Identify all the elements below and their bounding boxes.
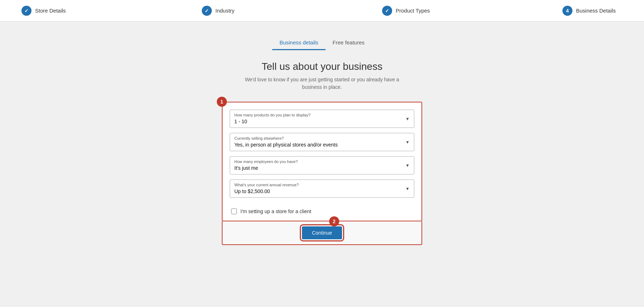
step-store-details-label: Store Details: [35, 8, 66, 14]
revenue-select[interactable]: What's your current annual revenue? Up t…: [230, 179, 414, 198]
progress-bar: ✓ Store Details ✓ Industry ✓ Product Typ…: [0, 0, 644, 21]
step-badge-2: 2: [329, 216, 339, 226]
selling-elsewhere-value: Yes, in person at physical stores and/or…: [234, 142, 338, 148]
title-section: Tell us about your business We'd love to…: [240, 61, 404, 91]
employees-select[interactable]: How many employees do you have? It's jus…: [230, 156, 414, 174]
step-business-details-icon: 4: [562, 6, 572, 16]
step-store-details-icon: ✓: [21, 6, 31, 16]
step-badge-1: 1: [217, 97, 227, 107]
step-product-types-icon: ✓: [382, 6, 392, 16]
step-industry-label: Industry: [215, 8, 234, 14]
employees-value: It's just me: [234, 165, 258, 171]
selling-elsewhere-select[interactable]: Currently selling elsewhere? Yes, in per…: [230, 133, 414, 151]
step-industry: ✓ Industry: [202, 6, 262, 16]
selling-elsewhere-label: Currently selling elsewhere?: [234, 136, 410, 140]
tab-free-features[interactable]: Free features: [326, 36, 372, 50]
step-product-types: ✓ Product Types: [382, 6, 442, 16]
employees-chevron-icon: ▼: [405, 163, 410, 168]
client-store-checkbox-group: I'm setting up a store for a client: [230, 203, 414, 221]
page-title: Tell us about your business: [240, 61, 404, 72]
step-business-details-label: Business Details: [576, 8, 616, 14]
form-container: 1 How many products do you plan to displ…: [222, 102, 422, 245]
main-content: Business details Free features Tell us a…: [0, 21, 644, 259]
products-count-select[interactable]: How many products do you plan to display…: [230, 110, 414, 128]
products-count-chevron-icon: ▼: [405, 116, 410, 121]
step-product-types-label: Product Types: [396, 8, 430, 14]
products-count-value: 1 - 10: [234, 119, 247, 124]
continue-section: 2 Continue: [222, 221, 422, 245]
employees-label: How many employees do you have?: [234, 159, 410, 164]
selling-elsewhere-chevron-icon: ▼: [405, 140, 410, 145]
client-store-checkbox[interactable]: [231, 208, 237, 214]
revenue-chevron-icon: ▼: [405, 186, 410, 191]
revenue-value: Up to $2,500.00: [234, 188, 270, 194]
client-store-label: I'm setting up a store for a client: [240, 208, 311, 214]
continue-button[interactable]: Continue: [302, 226, 342, 239]
products-count-label: How many products do you plan to display…: [234, 113, 410, 117]
revenue-label: What's your current annual revenue?: [234, 183, 410, 187]
step-store-details: ✓ Store Details: [21, 6, 82, 16]
tabs-container: Business details Free features: [272, 36, 372, 50]
page-subtitle: We'd love to know if you are just gettin…: [240, 76, 404, 91]
form-box: How many products do you plan to display…: [222, 102, 422, 221]
step-industry-icon: ✓: [202, 6, 212, 16]
step-business-details: 4 Business Details: [562, 6, 623, 16]
tab-business-details[interactable]: Business details: [272, 36, 325, 50]
